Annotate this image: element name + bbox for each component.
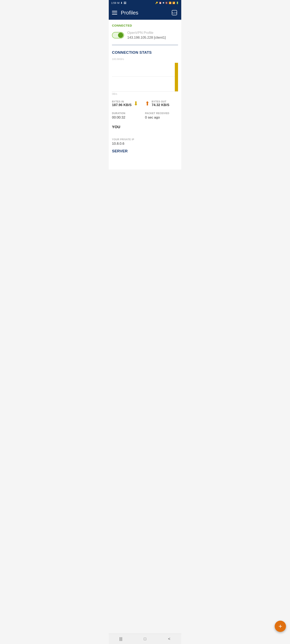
duration-label: DURATION xyxy=(112,112,145,115)
download-arrow-icon: ⬇ xyxy=(134,101,138,106)
private-ip-value: 10.8.0.6 xyxy=(112,142,178,146)
stats-grid: DURATION 00:00:32 PACKET RECEIVED 0 sec … xyxy=(109,110,181,123)
wifi-icon: 📶 xyxy=(169,2,172,4)
bytes-row: BYTES IN 187.96 KB/S ⬇ ⬆ BYTES OUT 74.32… xyxy=(109,98,181,110)
packet-received-label: PACKET RECEIVED xyxy=(145,112,178,115)
header-left: Profiles xyxy=(112,10,138,16)
bytes-in-label: BYTES IN xyxy=(112,100,132,103)
chart-min-label: 0B/s xyxy=(112,92,178,96)
profile-address: 143.198.105.228 [client1] xyxy=(127,36,178,40)
vpn-key-icon: 🔑 xyxy=(155,2,158,4)
chart-area: 183.6KB/s 0B/s xyxy=(112,58,178,96)
download-icon: ⬇ xyxy=(120,2,123,4)
main-content: CONNECTED OpenVPN Profile 143.198.105.22… xyxy=(109,20,181,170)
status-left: 1:59 M ⬇ 🖼 xyxy=(111,2,126,4)
svg-text:</>: </> xyxy=(172,11,177,14)
toggle-track xyxy=(112,32,124,38)
status-right: 🔑 ⏰ ✱ 🔇 📶 📶 🔋 xyxy=(155,2,179,4)
page-title: Profiles xyxy=(121,10,138,16)
script-icon-button[interactable]: </> xyxy=(171,9,178,16)
status-time: 1:59 xyxy=(111,2,116,4)
you-section: YOU YOUR PRIVATE IP 10.8.0.6 SERVER xyxy=(109,123,181,170)
alarm-icon: ⏰ xyxy=(159,2,162,4)
chart-mid-line xyxy=(112,76,178,77)
mail-icon: M xyxy=(117,2,119,4)
stats-section-title: CONNECTION STATS xyxy=(112,50,178,55)
status-bar: 1:59 M ⬇ 🖼 🔑 ⏰ ✱ 🔇 📶 📶 🔋 xyxy=(109,0,181,6)
bytes-out-col: ⬆ BYTES OUT 74.32 KB/S xyxy=(145,100,178,107)
bytes-out-text: BYTES OUT 74.32 KB/S xyxy=(152,100,169,107)
mute-icon: 🔇 xyxy=(165,2,168,4)
bytes-in-text: BYTES IN 187.96 KB/S xyxy=(112,100,132,107)
chart-bar xyxy=(175,63,178,91)
server-title: SERVER xyxy=(112,149,178,153)
hamburger-line-1 xyxy=(112,11,117,12)
chart-max-label: 183.6KB/s xyxy=(112,58,178,60)
packet-received-stat: PACKET RECEIVED 0 sec ago xyxy=(145,112,178,120)
upload-arrow-icon: ⬆ xyxy=(145,101,150,106)
duration-stat: DURATION 00:00:32 xyxy=(112,112,145,120)
packet-received-value: 0 sec ago xyxy=(145,116,178,120)
duration-value: 00:00:32 xyxy=(112,116,145,120)
hamburger-line-3 xyxy=(112,14,117,14)
app-header: Profiles </> xyxy=(109,6,181,20)
bluetooth-icon: ✱ xyxy=(163,2,164,4)
bytes-out-label: BYTES OUT xyxy=(152,100,169,103)
toggle-thumb xyxy=(118,32,123,38)
connection-stats-section: CONNECTION STATS 183.6KB/s 0B/s xyxy=(109,47,181,96)
profile-info: OpenVPN Profile 143.198.105.228 [client1… xyxy=(127,31,178,40)
connected-section: CONNECTED OpenVPN Profile 143.198.105.22… xyxy=(109,20,181,43)
vpn-toggle[interactable] xyxy=(112,32,124,38)
image-icon: 🖼 xyxy=(124,2,126,4)
private-ip-label: YOUR PRIVATE IP xyxy=(112,138,178,141)
profile-row: OpenVPN Profile 143.198.105.228 [client1… xyxy=(112,31,178,40)
battery-icon: 🔋 xyxy=(176,2,179,4)
bytes-out-value: 74.32 KB/S xyxy=(152,103,169,107)
hamburger-line-2 xyxy=(112,12,117,13)
you-title: YOU xyxy=(112,125,178,129)
speed-chart xyxy=(112,62,178,92)
bytes-in-col: BYTES IN 187.96 KB/S ⬇ xyxy=(112,100,145,107)
profile-name: OpenVPN Profile xyxy=(127,31,178,35)
signal-icon: 📶 xyxy=(172,2,175,4)
bytes-in-value: 187.96 KB/S xyxy=(112,103,132,107)
connected-label: CONNECTED xyxy=(112,24,178,27)
menu-button[interactable] xyxy=(112,11,117,14)
